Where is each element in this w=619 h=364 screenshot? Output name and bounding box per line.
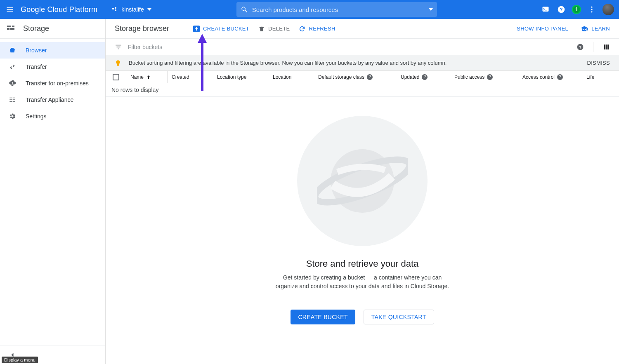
take-quickstart-button[interactable]: TAKE QUICKSTART: [364, 310, 434, 324]
help-icon[interactable]: ?: [556, 5, 566, 14]
help-icon[interactable]: ?: [367, 74, 373, 80]
help-icon[interactable]: ?: [422, 74, 428, 80]
th-name[interactable]: Name: [126, 71, 168, 83]
svg-rect-18: [9, 101, 12, 102]
filter-input[interactable]: Filter buckets: [128, 44, 162, 50]
create-bucket-button[interactable]: CREATE BUCKET: [193, 26, 249, 32]
cloud-upload-icon: [8, 80, 17, 87]
filter-icon[interactable]: [115, 43, 122, 51]
th-location-type[interactable]: Location type: [213, 74, 269, 80]
sidebar-nav: Browser Transfer Transfer for on-premise…: [0, 39, 105, 345]
svg-rect-15: [13, 98, 15, 99]
sidebar-item-browser[interactable]: Browser: [0, 42, 105, 59]
plus-icon: [193, 26, 200, 32]
main-content: Storage browser CREATE BUCKET DELETE REF…: [106, 19, 619, 364]
delete-button[interactable]: DELETE: [258, 26, 290, 32]
th-lifecycle[interactable]: Life: [582, 74, 599, 80]
dismiss-button[interactable]: DISMISS: [587, 60, 610, 66]
search-container: [236, 2, 437, 17]
refresh-button[interactable]: REFRESH: [299, 26, 335, 32]
svg-rect-19: [13, 101, 15, 102]
help-icon[interactable]: ?: [487, 74, 493, 80]
help-circle-icon[interactable]: ?: [576, 43, 584, 51]
project-selector[interactable]: kinstalife: [109, 5, 154, 14]
more-vert-icon[interactable]: [587, 5, 597, 14]
action-bar: Storage browser CREATE BUCKET DELETE REF…: [106, 19, 619, 39]
search-icon: [241, 6, 248, 13]
th-created[interactable]: Created: [168, 74, 213, 80]
svg-point-2: [115, 9, 116, 11]
gear-icon: [8, 113, 17, 120]
search-input[interactable]: [252, 6, 425, 13]
sidebar-item-transfer-onprem[interactable]: Transfer for on-premises: [0, 75, 105, 92]
sidebar-item-label: Transfer Appliance: [26, 96, 73, 103]
th-public-access[interactable]: Public access?: [450, 74, 518, 80]
bucket-icon: [8, 47, 17, 54]
search-dropdown-icon[interactable]: [429, 8, 433, 11]
svg-point-1: [115, 7, 116, 9]
sidebar-item-label: Settings: [26, 113, 47, 120]
filter-row: Filter buckets ?: [106, 39, 619, 55]
th-location[interactable]: Location: [269, 74, 314, 80]
svg-rect-20: [14, 353, 14, 357]
page-title: Storage browser: [115, 24, 169, 33]
columns-icon[interactable]: [602, 43, 610, 51]
svg-rect-25: [606, 45, 607, 49]
transfer-icon: [8, 63, 17, 70]
sidebar-item-transfer-appliance[interactable]: Transfer Appliance: [0, 92, 105, 108]
create-bucket-cta-button[interactable]: CREATE BUCKET: [291, 310, 355, 324]
product-logo[interactable]: Google Cloud Platform: [21, 5, 97, 14]
menu-icon[interactable]: [5, 5, 15, 14]
svg-rect-13: [7, 30, 14, 30]
storage-icon: [6, 24, 16, 34]
empty-description: Get started by creating a bucket — a con…: [272, 273, 453, 291]
avatar[interactable]: [602, 4, 614, 15]
topbar-right: ? 1: [541, 4, 614, 15]
top-bar: Google Cloud Platform kinstalife ?: [0, 0, 619, 19]
sidebar: Storage Browser Transfer Transfer for on…: [0, 19, 106, 364]
cloud-shell-icon[interactable]: [541, 5, 550, 14]
banner-text: Bucket sorting and filtering are availab…: [129, 60, 447, 66]
notification-badge[interactable]: 1: [572, 5, 581, 14]
sidebar-header: Storage: [0, 19, 105, 39]
help-icon[interactable]: ?: [557, 74, 563, 80]
sidebar-item-label: Transfer for on-premises: [26, 80, 89, 87]
refresh-icon: [299, 26, 305, 32]
svg-rect-17: [13, 99, 15, 100]
svg-rect-14: [9, 98, 12, 99]
empty-actions: CREATE BUCKET TAKE QUICKSTART: [291, 310, 434, 324]
svg-point-7: [591, 9, 592, 10]
svg-rect-11: [7, 28, 9, 30]
show-info-panel-button[interactable]: SHOW INFO PANEL: [517, 26, 568, 32]
graduation-icon: [581, 25, 588, 33]
svg-rect-10: [12, 26, 14, 27]
lightbulb-icon: [115, 60, 121, 66]
svg-rect-24: [604, 45, 605, 49]
svg-rect-3: [543, 7, 549, 12]
svg-point-8: [591, 11, 592, 12]
sidebar-item-transfer[interactable]: Transfer: [0, 59, 105, 75]
empty-state: Store and retrieve your data Get started…: [106, 97, 619, 364]
svg-point-6: [591, 7, 592, 8]
sidebar-item-settings[interactable]: Settings: [0, 108, 105, 124]
svg-rect-16: [9, 99, 12, 100]
footer-tooltip: Display a menu: [2, 357, 38, 363]
svg-rect-12: [10, 28, 14, 30]
svg-text:?: ?: [579, 45, 581, 49]
svg-text:?: ?: [560, 7, 562, 12]
th-updated[interactable]: Updated?: [397, 74, 450, 80]
sidebar-title: Storage: [23, 24, 49, 33]
learn-button[interactable]: LEARN: [581, 25, 610, 33]
empty-title: Store and retrieve your data: [306, 258, 419, 269]
sidebar-item-label: Browser: [26, 47, 47, 54]
svg-rect-26: [607, 45, 609, 49]
search-box[interactable]: [236, 2, 437, 17]
th-storage-class[interactable]: Default storage class?: [314, 74, 397, 80]
th-checkbox[interactable]: [106, 74, 126, 80]
project-name: kinstalife: [121, 6, 144, 13]
th-access-control[interactable]: Access control?: [518, 74, 582, 80]
sidebar-footer: Display a menu: [0, 345, 105, 364]
sort-asc-icon: [146, 75, 151, 80]
svg-rect-9: [7, 26, 11, 27]
appliance-icon: [8, 96, 17, 103]
